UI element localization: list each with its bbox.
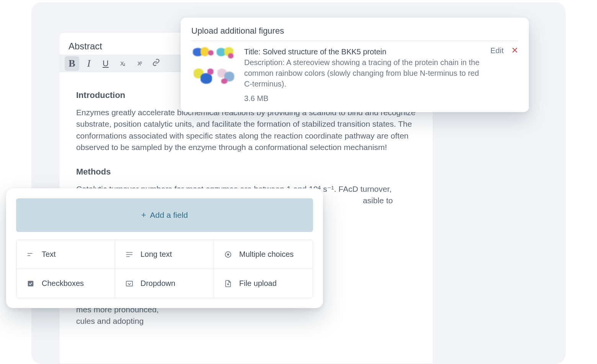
field-option-multiple-choices[interactable]: Multiple choices bbox=[214, 240, 313, 269]
figure-title-prefix: Title: bbox=[244, 47, 263, 56]
field-option-text[interactable]: Text bbox=[16, 240, 115, 269]
svg-rect-7 bbox=[28, 281, 34, 286]
upload-panel-title: Upload additional figures bbox=[191, 26, 518, 41]
checkbox-icon bbox=[26, 279, 35, 288]
italic-button[interactable]: I bbox=[82, 56, 96, 71]
section-heading-methods: Methods bbox=[76, 166, 418, 178]
remove-figure-button[interactable]: ✕ bbox=[511, 46, 518, 55]
close-icon: ✕ bbox=[511, 46, 518, 55]
plus-icon: + bbox=[141, 210, 146, 220]
edit-figure-button[interactable]: Edit bbox=[491, 46, 504, 55]
field-option-label: Long text bbox=[140, 250, 172, 259]
underline-button[interactable]: U bbox=[98, 56, 113, 71]
add-field-label: Add a field bbox=[150, 211, 188, 220]
introduction-body: Enzymes greatly accelerate biochemical r… bbox=[76, 107, 418, 153]
field-option-long-text[interactable]: Long text bbox=[115, 240, 214, 269]
field-option-label: Checkboxes bbox=[42, 279, 84, 288]
figure-desc-prefix: Description: bbox=[244, 58, 286, 67]
figure-title: Solved structure of the BKK5 protein bbox=[263, 47, 387, 56]
field-option-file-upload[interactable]: File upload bbox=[214, 269, 313, 298]
field-option-label: Text bbox=[42, 250, 56, 259]
figure-file-size: 3.6 MB bbox=[244, 93, 484, 104]
add-field-button[interactable]: + Add a field bbox=[16, 198, 313, 232]
text-long-icon bbox=[125, 250, 134, 259]
add-field-panel: + Add a field Text Long text Multiple ch… bbox=[6, 188, 323, 308]
upload-figures-panel: Upload additional figures Title: Solved … bbox=[181, 18, 529, 112]
field-option-label: Dropdown bbox=[140, 279, 175, 288]
field-option-label: Multiple choices bbox=[239, 250, 294, 259]
link-icon bbox=[152, 59, 160, 69]
field-type-grid: Text Long text Multiple choices Checkbox… bbox=[16, 240, 313, 298]
dropdown-icon bbox=[125, 279, 134, 288]
bold-button[interactable]: B bbox=[65, 56, 79, 71]
editor-section-label: Abstract bbox=[69, 41, 102, 52]
svg-rect-8 bbox=[126, 281, 133, 286]
insert-link-button[interactable] bbox=[149, 56, 163, 71]
svg-point-6 bbox=[227, 253, 229, 256]
field-option-dropdown[interactable]: Dropdown bbox=[115, 269, 214, 298]
file-upload-icon bbox=[224, 279, 232, 288]
figure-metadata: Title: Solved structure of the BKK5 prot… bbox=[244, 46, 484, 104]
uploaded-figure-row: Title: Solved structure of the BKK5 prot… bbox=[191, 46, 518, 104]
field-option-label: File upload bbox=[239, 279, 277, 288]
superscript-button[interactable]: X bbox=[132, 56, 147, 71]
field-option-checkboxes[interactable]: Checkboxes bbox=[16, 269, 115, 298]
subscript-button[interactable]: X bbox=[115, 56, 130, 71]
radio-icon bbox=[224, 250, 232, 259]
figure-thumbnail[interactable] bbox=[191, 46, 237, 88]
text-short-icon bbox=[26, 250, 35, 259]
